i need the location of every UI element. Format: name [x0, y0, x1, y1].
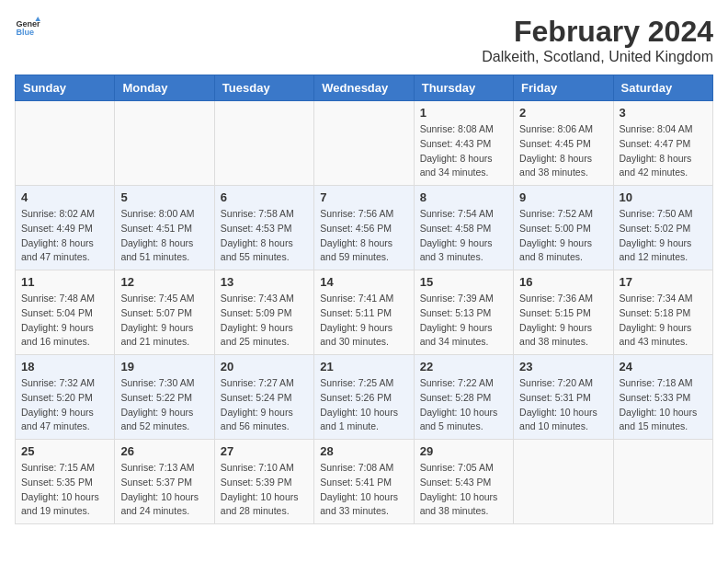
header-monday: Monday — [115, 75, 214, 101]
header-wednesday: Wednesday — [314, 75, 414, 101]
day-info: Sunrise: 7:56 AMSunset: 4:56 PMDaylight:… — [320, 207, 407, 265]
header-friday: Friday — [514, 75, 613, 101]
calendar-title: February 2024 — [482, 15, 713, 49]
day-info: Sunrise: 8:00 AMSunset: 4:51 PMDaylight:… — [120, 207, 208, 265]
day-number: 4 — [21, 190, 108, 204]
day-info: Sunrise: 7:45 AMSunset: 5:07 PMDaylight:… — [120, 292, 208, 350]
day-info: Sunrise: 7:20 AMSunset: 5:31 PMDaylight:… — [519, 376, 607, 434]
calendar-cell: 6Sunrise: 7:58 AMSunset: 4:53 PMDaylight… — [214, 186, 313, 270]
calendar-week-2: 4Sunrise: 8:02 AMSunset: 4:49 PMDaylight… — [16, 186, 713, 270]
day-info: Sunrise: 7:36 AMSunset: 5:15 PMDaylight:… — [519, 292, 607, 350]
calendar-cell: 21Sunrise: 7:25 AMSunset: 5:26 PMDayligh… — [314, 355, 414, 440]
day-number: 7 — [320, 190, 407, 204]
calendar-cell: 15Sunrise: 7:39 AMSunset: 5:13 PMDayligh… — [414, 270, 513, 355]
calendar-cell: 27Sunrise: 7:10 AMSunset: 5:39 PMDayligh… — [214, 440, 313, 524]
day-number: 23 — [519, 360, 607, 373]
calendar-cell — [613, 440, 712, 524]
day-number: 8 — [420, 190, 507, 204]
day-number: 18 — [21, 360, 108, 373]
day-number: 5 — [120, 190, 208, 204]
day-number: 2 — [519, 106, 607, 120]
calendar-cell: 14Sunrise: 7:41 AMSunset: 5:11 PMDayligh… — [314, 270, 414, 355]
calendar-cell: 4Sunrise: 8:02 AMSunset: 4:49 PMDaylight… — [16, 186, 115, 270]
day-number: 15 — [420, 275, 507, 289]
title-section: February 2024 Dalkeith, Scotland, United… — [482, 15, 713, 65]
day-number: 12 — [120, 275, 208, 289]
calendar-week-3: 11Sunrise: 7:48 AMSunset: 5:04 PMDayligh… — [16, 270, 713, 355]
day-info: Sunrise: 7:50 AMSunset: 5:02 PMDaylight:… — [620, 207, 707, 265]
calendar-cell: 29Sunrise: 7:05 AMSunset: 5:43 PMDayligh… — [414, 440, 513, 524]
header-thursday: Thursday — [414, 75, 513, 101]
page-header: General Blue February 2024 Dalkeith, Sco… — [15, 15, 713, 65]
header-tuesday: Tuesday — [214, 75, 313, 101]
day-info: Sunrise: 7:41 AMSunset: 5:11 PMDaylight:… — [320, 292, 407, 350]
day-number: 10 — [620, 190, 707, 204]
day-number: 21 — [320, 360, 407, 373]
day-number: 29 — [420, 444, 507, 458]
logo: General Blue — [15, 15, 40, 40]
day-info: Sunrise: 8:08 AMSunset: 4:43 PMDaylight:… — [420, 122, 507, 180]
day-number: 25 — [21, 444, 108, 458]
day-info: Sunrise: 7:43 AMSunset: 5:09 PMDaylight:… — [221, 292, 308, 350]
calendar-cell: 8Sunrise: 7:54 AMSunset: 4:58 PMDaylight… — [414, 186, 513, 270]
calendar-week-5: 25Sunrise: 7:15 AMSunset: 5:35 PMDayligh… — [16, 440, 713, 524]
day-number: 11 — [21, 275, 108, 289]
calendar-cell: 20Sunrise: 7:27 AMSunset: 5:24 PMDayligh… — [214, 355, 313, 440]
day-info: Sunrise: 7:15 AMSunset: 5:35 PMDaylight:… — [21, 461, 108, 519]
day-info: Sunrise: 7:39 AMSunset: 5:13 PMDaylight:… — [420, 292, 507, 350]
calendar-cell: 10Sunrise: 7:50 AMSunset: 5:02 PMDayligh… — [613, 186, 712, 270]
calendar-cell: 11Sunrise: 7:48 AMSunset: 5:04 PMDayligh… — [16, 270, 115, 355]
calendar-cell: 19Sunrise: 7:30 AMSunset: 5:22 PMDayligh… — [115, 355, 214, 440]
calendar-cell — [314, 101, 414, 186]
day-number: 24 — [620, 360, 707, 373]
calendar-cell: 22Sunrise: 7:22 AMSunset: 5:28 PMDayligh… — [414, 355, 513, 440]
calendar-cell: 25Sunrise: 7:15 AMSunset: 5:35 PMDayligh… — [16, 440, 115, 524]
day-number: 6 — [221, 190, 308, 204]
day-info: Sunrise: 7:34 AMSunset: 5:18 PMDaylight:… — [620, 292, 707, 350]
calendar-cell: 1Sunrise: 8:08 AMSunset: 4:43 PMDaylight… — [414, 101, 513, 186]
day-info: Sunrise: 7:25 AMSunset: 5:26 PMDaylight:… — [320, 376, 407, 434]
day-info: Sunrise: 7:58 AMSunset: 4:53 PMDaylight:… — [221, 207, 308, 265]
day-number: 20 — [221, 360, 308, 373]
calendar-table: SundayMondayTuesdayWednesdayThursdayFrid… — [15, 75, 713, 524]
day-info: Sunrise: 7:27 AMSunset: 5:24 PMDaylight:… — [221, 376, 308, 434]
day-info: Sunrise: 7:32 AMSunset: 5:20 PMDaylight:… — [21, 376, 108, 434]
day-info: Sunrise: 8:04 AMSunset: 4:47 PMDaylight:… — [620, 122, 707, 180]
calendar-cell: 7Sunrise: 7:56 AMSunset: 4:56 PMDaylight… — [314, 186, 414, 270]
day-number: 26 — [120, 444, 208, 458]
day-number: 13 — [221, 275, 308, 289]
calendar-cell: 28Sunrise: 7:08 AMSunset: 5:41 PMDayligh… — [314, 440, 414, 524]
svg-text:Blue: Blue — [16, 28, 34, 37]
calendar-cell: 24Sunrise: 7:18 AMSunset: 5:33 PMDayligh… — [613, 355, 712, 440]
day-info: Sunrise: 7:08 AMSunset: 5:41 PMDaylight:… — [320, 461, 407, 519]
calendar-cell — [16, 101, 115, 186]
calendar-cell: 2Sunrise: 8:06 AMSunset: 4:45 PMDaylight… — [514, 101, 613, 186]
calendar-cell: 3Sunrise: 8:04 AMSunset: 4:47 PMDaylight… — [613, 101, 712, 186]
calendar-cell: 12Sunrise: 7:45 AMSunset: 5:07 PMDayligh… — [115, 270, 214, 355]
day-number: 27 — [221, 444, 308, 458]
day-number: 1 — [420, 106, 507, 120]
calendar-cell — [115, 101, 214, 186]
day-info: Sunrise: 7:22 AMSunset: 5:28 PMDaylight:… — [420, 376, 507, 434]
calendar-cell — [214, 101, 313, 186]
day-info: Sunrise: 8:02 AMSunset: 4:49 PMDaylight:… — [21, 207, 108, 265]
day-info: Sunrise: 7:30 AMSunset: 5:22 PMDaylight:… — [120, 376, 208, 434]
header-sunday: Sunday — [16, 75, 115, 101]
calendar-header-row: SundayMondayTuesdayWednesdayThursdayFrid… — [16, 75, 713, 101]
day-number: 3 — [620, 106, 707, 120]
day-info: Sunrise: 7:48 AMSunset: 5:04 PMDaylight:… — [21, 292, 108, 350]
calendar-cell — [514, 440, 613, 524]
day-info: Sunrise: 7:54 AMSunset: 4:58 PMDaylight:… — [420, 207, 507, 265]
calendar-cell: 26Sunrise: 7:13 AMSunset: 5:37 PMDayligh… — [115, 440, 214, 524]
calendar-week-1: 1Sunrise: 8:08 AMSunset: 4:43 PMDaylight… — [16, 101, 713, 186]
header-saturday: Saturday — [613, 75, 712, 101]
day-number: 14 — [320, 275, 407, 289]
logo-icon: General Blue — [15, 15, 40, 40]
day-info: Sunrise: 7:13 AMSunset: 5:37 PMDaylight:… — [120, 461, 208, 519]
day-info: Sunrise: 7:05 AMSunset: 5:43 PMDaylight:… — [420, 461, 507, 519]
day-number: 28 — [320, 444, 407, 458]
day-number: 19 — [120, 360, 208, 373]
calendar-cell: 18Sunrise: 7:32 AMSunset: 5:20 PMDayligh… — [16, 355, 115, 440]
calendar-week-4: 18Sunrise: 7:32 AMSunset: 5:20 PMDayligh… — [16, 355, 713, 440]
day-number: 16 — [519, 275, 607, 289]
